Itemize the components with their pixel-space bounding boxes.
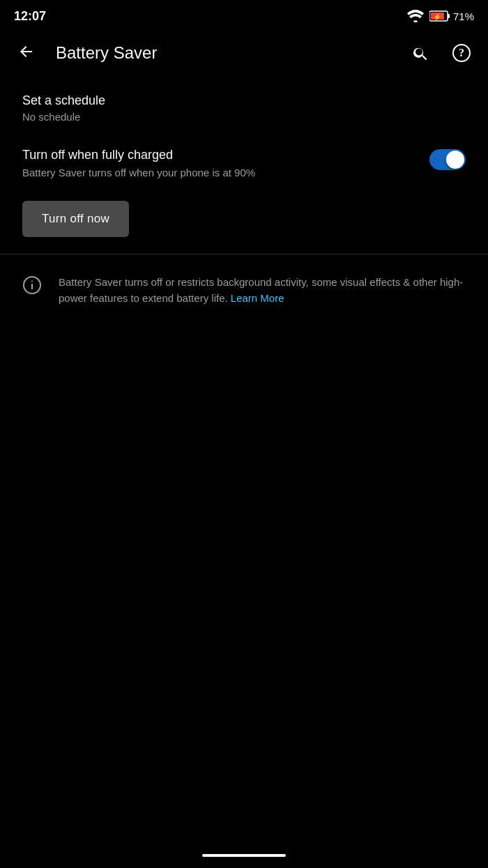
content: Set a schedule No schedule Turn off when… (0, 75, 488, 332)
battery-container: ⚡ 71% (429, 10, 474, 22)
battery-icon: ⚡ (429, 10, 450, 22)
app-bar: Battery Saver ? (0, 31, 488, 75)
turn-off-when-charged-text: Turn off when fully charged Battery Save… (22, 148, 429, 180)
turn-off-when-charged-toggle[interactable] (429, 149, 466, 170)
info-text: Battery Saver turns off or restricts bac… (59, 274, 466, 307)
info-circle-icon (22, 275, 42, 295)
back-button[interactable] (11, 36, 42, 70)
svg-text:⚡: ⚡ (433, 13, 442, 22)
schedule-title: Set a schedule (22, 93, 466, 108)
app-bar-right: ? (404, 38, 477, 68)
bottom-nav-bar (202, 854, 286, 857)
back-arrow-icon (17, 42, 36, 61)
status-bar: 12:07 ⚡ 71% (0, 0, 488, 31)
info-section: Battery Saver turns off or restricts bac… (0, 254, 488, 326)
search-icon (410, 43, 429, 63)
toggle-thumb (446, 151, 464, 169)
page-title: Battery Saver (56, 43, 157, 63)
status-time: 12:07 (14, 9, 46, 24)
turn-off-now-container: Turn off now (0, 192, 488, 254)
svg-rect-1 (448, 14, 450, 18)
search-button[interactable] (404, 38, 435, 68)
turn-off-when-charged-subtitle: Battery Saver turns off when your phone … (22, 165, 418, 180)
status-icons: ⚡ 71% (407, 10, 474, 22)
app-bar-left: Battery Saver (11, 36, 157, 70)
svg-text:?: ? (459, 47, 464, 59)
turn-off-now-button[interactable]: Turn off now (22, 201, 129, 237)
svg-point-8 (31, 281, 33, 282)
help-icon: ? (452, 43, 471, 63)
turn-off-when-charged-title: Turn off when fully charged (22, 148, 418, 162)
schedule-subtitle: No schedule (22, 111, 466, 123)
wifi-icon (407, 10, 424, 22)
learn-more-link[interactable]: Learn More (231, 292, 284, 304)
schedule-item[interactable]: Set a schedule No schedule (0, 81, 488, 135)
info-icon (22, 275, 42, 298)
turn-off-when-charged-row[interactable]: Turn off when fully charged Battery Save… (0, 135, 488, 192)
battery-percent: 71% (453, 10, 474, 22)
help-button[interactable]: ? (446, 38, 477, 68)
